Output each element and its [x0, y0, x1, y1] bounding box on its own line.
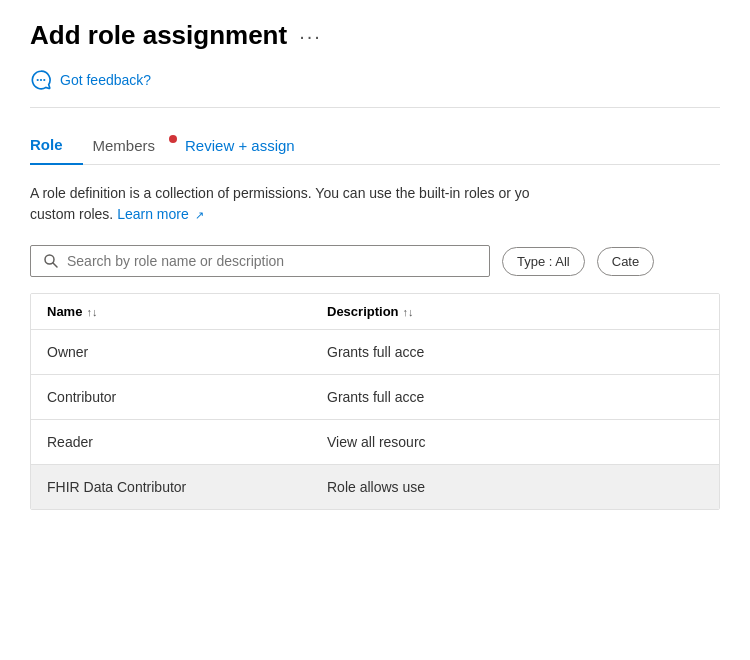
column-header-description[interactable]: Description ↑↓: [311, 294, 719, 329]
svg-point-1: [40, 79, 42, 81]
role-description: View all resourc: [311, 420, 719, 464]
table-row[interactable]: Owner Grants full acce: [31, 330, 719, 375]
description-text2: custom roles.: [30, 206, 117, 222]
role-name: Contributor: [31, 375, 311, 419]
search-icon: [43, 253, 59, 269]
table-row[interactable]: FHIR Data Contributor Role allows use: [31, 465, 719, 509]
roles-table: Name ↑↓ Description ↑↓ Owner Grants full…: [30, 293, 720, 510]
search-box[interactable]: [30, 245, 490, 277]
feedback-link[interactable]: Got feedback?: [60, 72, 151, 88]
page-title: Add role assignment: [30, 20, 287, 51]
svg-point-0: [37, 79, 39, 81]
name-sort-icon[interactable]: ↑↓: [86, 306, 97, 318]
search-filter-row: Type : All Cate: [30, 245, 720, 277]
learn-more-link[interactable]: Learn more ↗: [117, 206, 203, 222]
page-container: Add role assignment ··· Got feedback? Ro…: [0, 0, 750, 660]
external-link-icon: ↗: [195, 209, 204, 221]
description-block: A role definition is a collection of per…: [30, 183, 720, 225]
svg-line-4: [53, 263, 57, 267]
table-header: Name ↑↓ Description ↑↓: [31, 294, 719, 330]
feedback-icon: [30, 69, 52, 91]
tab-members[interactable]: Members: [93, 127, 176, 164]
description-sort-icon[interactable]: ↑↓: [403, 306, 414, 318]
table-row[interactable]: Contributor Grants full acce: [31, 375, 719, 420]
notification-dot: [169, 135, 177, 143]
description-text: A role definition is a collection of per…: [30, 185, 530, 201]
tab-review[interactable]: Review + assign: [185, 127, 315, 164]
role-description: Role allows use: [311, 465, 719, 509]
role-description: Grants full acce: [311, 375, 719, 419]
type-filter-button[interactable]: Type : All: [502, 247, 585, 276]
column-header-name[interactable]: Name ↑↓: [31, 294, 311, 329]
role-name: Reader: [31, 420, 311, 464]
category-filter-button[interactable]: Cate: [597, 247, 654, 276]
title-row: Add role assignment ···: [30, 20, 720, 51]
role-name: FHIR Data Contributor: [31, 465, 311, 509]
role-description: Grants full acce: [311, 330, 719, 374]
role-name: Owner: [31, 330, 311, 374]
more-options-button[interactable]: ···: [299, 25, 322, 48]
search-input[interactable]: [67, 253, 477, 269]
svg-point-2: [43, 79, 45, 81]
tabs-row: Role Members Review + assign: [30, 126, 720, 165]
tab-role[interactable]: Role: [30, 126, 83, 165]
table-row[interactable]: Reader View all resourc: [31, 420, 719, 465]
feedback-row: Got feedback?: [30, 69, 720, 108]
